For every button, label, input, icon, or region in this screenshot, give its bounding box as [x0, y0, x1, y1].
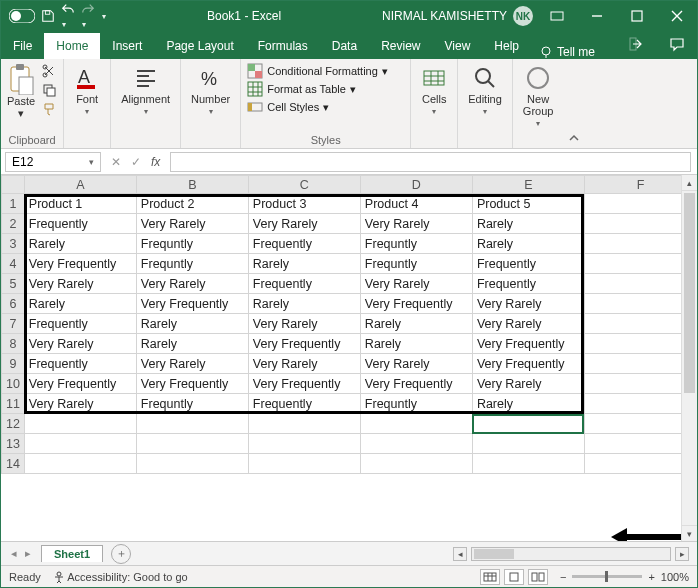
row-header[interactable]: 7 [2, 314, 25, 334]
scroll-down-icon[interactable]: ▾ [682, 525, 697, 541]
scroll-right-icon[interactable]: ▸ [675, 547, 689, 561]
cell[interactable]: Rarely [472, 214, 584, 234]
cell[interactable]: Very Frequently [136, 374, 248, 394]
cell[interactable]: Frequntly [360, 234, 472, 254]
row-header[interactable]: 14 [2, 454, 25, 474]
ribbon-display-options-icon[interactable] [537, 1, 577, 31]
cell[interactable]: Frequently [24, 314, 136, 334]
row-header[interactable]: 3 [2, 234, 25, 254]
cell[interactable] [584, 354, 696, 374]
number-button[interactable]: % Number▾ [187, 63, 234, 118]
vertical-scrollbar-thumb[interactable] [684, 193, 695, 393]
name-box[interactable]: E12 ▾ [5, 152, 101, 172]
scroll-up-icon[interactable]: ▴ [682, 175, 697, 191]
cell[interactable] [584, 394, 696, 414]
tab-view[interactable]: View [433, 33, 483, 59]
cell[interactable]: Product 4 [360, 194, 472, 214]
cell[interactable]: Frequently [248, 234, 360, 254]
format-painter-icon[interactable] [41, 101, 57, 117]
column-header[interactable]: A [24, 176, 136, 194]
cell[interactable]: Rarely [360, 314, 472, 334]
cell[interactable] [584, 214, 696, 234]
cell[interactable] [136, 434, 248, 454]
cell[interactable]: Very Frequently [360, 374, 472, 394]
cell[interactable] [360, 414, 472, 434]
tell-me[interactable]: Tell me [531, 45, 603, 59]
cell[interactable]: Very Frequently [136, 294, 248, 314]
cell[interactable]: Very Rarely [472, 314, 584, 334]
cell[interactable]: Frequently [472, 274, 584, 294]
enter-formula-icon[interactable]: ✓ [131, 155, 141, 169]
vertical-scrollbar[interactable]: ▴ ▾ [681, 175, 697, 541]
cell[interactable]: Rarely [248, 254, 360, 274]
format-as-table-button[interactable]: Format as Table▾ [247, 81, 404, 97]
cell[interactable] [24, 414, 136, 434]
cell[interactable]: Frequntly [136, 234, 248, 254]
cell[interactable]: Very Rarely [24, 394, 136, 414]
cell[interactable]: Rarely [24, 234, 136, 254]
cell[interactable]: Rarely [472, 394, 584, 414]
row-header[interactable]: 5 [2, 274, 25, 294]
tab-formulas[interactable]: Formulas [246, 33, 320, 59]
copy-icon[interactable] [41, 82, 57, 98]
cell[interactable] [584, 254, 696, 274]
cell[interactable] [584, 334, 696, 354]
new-sheet-button[interactable]: ＋ [111, 544, 131, 564]
column-header[interactable]: E [472, 176, 584, 194]
cell[interactable]: Very Rarely [248, 354, 360, 374]
cell[interactable]: Product 2 [136, 194, 248, 214]
undo-icon[interactable]: ▾ [61, 2, 75, 30]
cell[interactable]: Product 5 [472, 194, 584, 214]
column-header[interactable]: C [248, 176, 360, 194]
share-icon[interactable] [617, 29, 657, 59]
worksheet-grid[interactable]: ABCDEF 1Product 1Product 2Product 3Produ… [1, 175, 697, 541]
row-header[interactable]: 1 [2, 194, 25, 214]
cell[interactable] [136, 414, 248, 434]
fx-icon[interactable]: fx [151, 155, 160, 169]
row-header[interactable]: 2 [2, 214, 25, 234]
cell[interactable] [136, 454, 248, 474]
cell-styles-button[interactable]: Cell Styles▾ [247, 99, 404, 115]
cell[interactable] [584, 434, 696, 454]
cell[interactable]: Frequently [24, 214, 136, 234]
sheet-tab-sheet1[interactable]: Sheet1 [41, 545, 103, 562]
row-header[interactable]: 8 [2, 334, 25, 354]
cell[interactable]: Frequntly [360, 394, 472, 414]
column-header[interactable]: F [584, 176, 696, 194]
user-name[interactable]: NIRMAL KAMISHETTY [382, 9, 507, 23]
row-header[interactable]: 12 [2, 414, 25, 434]
cell[interactable]: Very Rarely [136, 214, 248, 234]
cell[interactable]: Very Frequently [472, 334, 584, 354]
sheet-nav-next-icon[interactable]: ▸ [25, 547, 31, 560]
collapse-ribbon-icon[interactable] [563, 59, 585, 148]
save-icon[interactable] [41, 9, 55, 23]
cell[interactable] [472, 434, 584, 454]
alignment-button[interactable]: Alignment▾ [117, 63, 174, 118]
cell[interactable]: Very Frequently [248, 334, 360, 354]
cell[interactable] [472, 414, 584, 434]
column-header[interactable]: D [360, 176, 472, 194]
cell[interactable]: Very Frequently [360, 294, 472, 314]
cell[interactable]: Very Frequently [472, 354, 584, 374]
horizontal-scrollbar[interactable] [471, 547, 671, 561]
cell[interactable]: Very Rarely [248, 314, 360, 334]
view-page-break-icon[interactable] [528, 569, 548, 585]
redo-icon[interactable]: ▾ [81, 2, 95, 30]
cell[interactable]: Frequently [248, 394, 360, 414]
cancel-formula-icon[interactable]: ✕ [111, 155, 121, 169]
name-box-dropdown-icon[interactable]: ▾ [89, 157, 94, 167]
tab-insert[interactable]: Insert [100, 33, 154, 59]
cell[interactable] [248, 454, 360, 474]
zoom-out-button[interactable]: − [560, 571, 566, 583]
column-header[interactable]: B [136, 176, 248, 194]
view-normal-icon[interactable] [480, 569, 500, 585]
formula-input[interactable] [170, 152, 691, 172]
cell[interactable]: Very Rarely [360, 354, 472, 374]
scroll-left-icon[interactable]: ◂ [453, 547, 467, 561]
cut-icon[interactable] [41, 63, 57, 79]
cell[interactable]: Frequntly [360, 254, 472, 274]
paste-button[interactable]: Paste ▾ [7, 63, 35, 120]
comments-icon[interactable] [657, 29, 697, 59]
new-group-button[interactable]: New Group▾ [519, 63, 558, 130]
cells-button[interactable]: Cells▾ [417, 63, 451, 118]
